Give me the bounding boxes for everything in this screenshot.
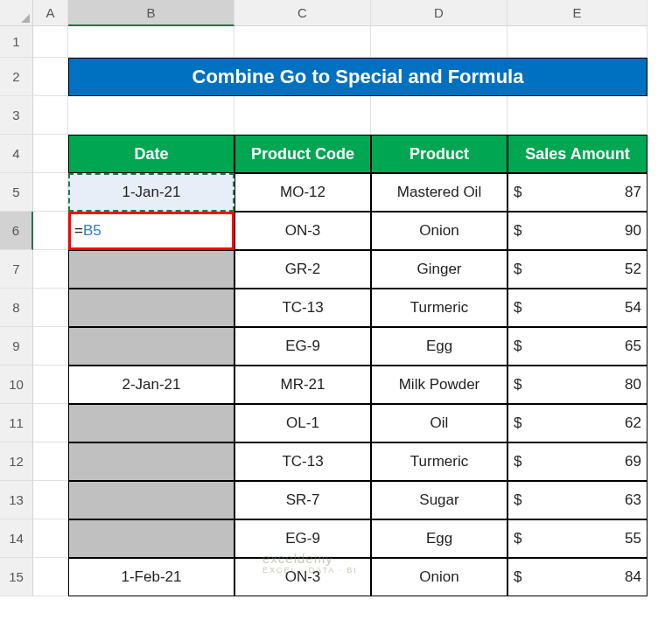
- row-header-1[interactable]: 1: [0, 26, 33, 58]
- cell-A5[interactable]: [33, 173, 68, 212]
- select-all-corner[interactable]: [0, 0, 33, 26]
- cell-E5[interactable]: $87: [508, 173, 648, 212]
- currency-symbol: $: [514, 184, 522, 201]
- currency-symbol: $: [514, 453, 522, 470]
- cell-C1[interactable]: [234, 26, 371, 58]
- currency-symbol: $: [514, 299, 522, 317]
- row-header-3[interactable]: 3: [0, 96, 33, 135]
- spreadsheet-grid[interactable]: A B C D E 1 2 Combine Go to Special and …: [0, 0, 672, 596]
- cell-D13[interactable]: Sugar: [371, 481, 508, 519]
- cell-D12[interactable]: Turmeric: [371, 442, 508, 481]
- cell-B1[interactable]: [68, 26, 234, 58]
- cell-E3[interactable]: [508, 96, 648, 135]
- cell-C13[interactable]: SR-7: [234, 481, 371, 519]
- cell-B8-blank[interactable]: [68, 289, 234, 327]
- cell-D8[interactable]: Turmeric: [371, 289, 508, 327]
- cell-A9[interactable]: [33, 327, 68, 366]
- cell-E14[interactable]: $55: [508, 519, 648, 558]
- cell-D3[interactable]: [371, 96, 508, 135]
- cell-B7-blank[interactable]: [68, 250, 234, 289]
- cell-A4[interactable]: [33, 135, 68, 173]
- cell-D15[interactable]: Onion: [371, 558, 508, 596]
- cell-B10[interactable]: 2-Jan-21: [68, 366, 234, 404]
- cell-C8[interactable]: TC-13: [234, 289, 371, 327]
- col-header-B[interactable]: B: [68, 0, 234, 26]
- row-header-14[interactable]: 14: [0, 519, 33, 558]
- row-header-12[interactable]: 12: [0, 442, 33, 481]
- cell-E7[interactable]: $52: [508, 250, 648, 289]
- col-header-D[interactable]: D: [371, 0, 508, 26]
- header-product[interactable]: Product: [371, 135, 508, 173]
- cell-B12-blank[interactable]: [68, 442, 234, 481]
- cell-E12[interactable]: $69: [508, 442, 648, 481]
- row-header-4[interactable]: 4: [0, 135, 33, 173]
- cell-A7[interactable]: [33, 250, 68, 289]
- cell-C14[interactable]: EG-9: [234, 519, 371, 558]
- cell-A12[interactable]: [33, 442, 68, 481]
- cell-C15[interactable]: ON-3: [234, 558, 371, 596]
- cell-A15[interactable]: [33, 558, 68, 596]
- row-header-2[interactable]: 2: [0, 58, 33, 96]
- cell-B9-blank[interactable]: [68, 327, 234, 366]
- cell-A8[interactable]: [33, 289, 68, 327]
- cell-A2[interactable]: [33, 58, 68, 96]
- cell-E15[interactable]: $84: [508, 558, 648, 596]
- cell-E10[interactable]: $80: [508, 366, 648, 404]
- col-header-C[interactable]: C: [234, 0, 371, 26]
- cell-E6[interactable]: $90: [508, 212, 648, 250]
- cell-A1[interactable]: [33, 26, 68, 58]
- cell-A14[interactable]: [33, 519, 68, 558]
- col-header-E[interactable]: E: [508, 0, 648, 26]
- row-header-13[interactable]: 13: [0, 481, 33, 519]
- row-header-15[interactable]: 15: [0, 558, 33, 596]
- formula-ref: B5: [83, 222, 102, 240]
- row-header-11[interactable]: 11: [0, 404, 33, 442]
- header-amount[interactable]: Sales Amount: [508, 135, 648, 173]
- row-header-6[interactable]: 6: [0, 212, 33, 250]
- cell-E11[interactable]: $62: [508, 404, 648, 442]
- cell-A11[interactable]: [33, 404, 68, 442]
- currency-symbol: $: [514, 568, 522, 586]
- cell-E13[interactable]: $63: [508, 481, 648, 519]
- cell-A6[interactable]: [33, 212, 68, 250]
- cell-D6[interactable]: Onion: [371, 212, 508, 250]
- cell-C3[interactable]: [234, 96, 371, 135]
- row-header-5[interactable]: 5: [0, 173, 33, 212]
- cell-C6[interactable]: ON-3: [234, 212, 371, 250]
- cell-D14[interactable]: Egg: [371, 519, 508, 558]
- cell-E8[interactable]: $54: [508, 289, 648, 327]
- amount-value: 65: [625, 338, 641, 355]
- cell-C7[interactable]: GR-2: [234, 250, 371, 289]
- row-header-9[interactable]: 9: [0, 327, 33, 366]
- cell-A13[interactable]: [33, 481, 68, 519]
- cell-B6-editing[interactable]: =B5: [68, 212, 234, 250]
- cell-B11-blank[interactable]: [68, 404, 234, 442]
- header-date[interactable]: Date: [68, 135, 234, 173]
- cell-E1[interactable]: [508, 26, 648, 58]
- row-header-7[interactable]: 7: [0, 250, 33, 289]
- title-cell[interactable]: Combine Go to Special and Formula: [68, 58, 648, 96]
- cell-E9[interactable]: $65: [508, 327, 648, 366]
- cell-C9[interactable]: EG-9: [234, 327, 371, 366]
- cell-A10[interactable]: [33, 366, 68, 404]
- cell-B5-marching-ants[interactable]: 1-Jan-21: [68, 173, 234, 212]
- cell-B15[interactable]: 1-Feb-21: [68, 558, 234, 596]
- cell-D11[interactable]: Oil: [371, 404, 508, 442]
- cell-D1[interactable]: [371, 26, 508, 58]
- cell-D10[interactable]: Milk Powder: [371, 366, 508, 404]
- cell-C10[interactable]: MR-21: [234, 366, 371, 404]
- cell-D9[interactable]: Egg: [371, 327, 508, 366]
- header-code[interactable]: Product Code: [234, 135, 371, 173]
- cell-C5[interactable]: MO-12: [234, 173, 371, 212]
- cell-B13-blank[interactable]: [68, 481, 234, 519]
- cell-C11[interactable]: OL-1: [234, 404, 371, 442]
- cell-A3[interactable]: [33, 96, 68, 135]
- cell-C12[interactable]: TC-13: [234, 442, 371, 481]
- row-header-8[interactable]: 8: [0, 289, 33, 327]
- cell-D7[interactable]: Ginger: [371, 250, 508, 289]
- cell-D5[interactable]: Mastered Oil: [371, 173, 508, 212]
- col-header-A[interactable]: A: [33, 0, 68, 26]
- row-header-10[interactable]: 10: [0, 366, 33, 404]
- cell-B14-blank[interactable]: [68, 519, 234, 558]
- cell-B3[interactable]: [68, 96, 234, 135]
